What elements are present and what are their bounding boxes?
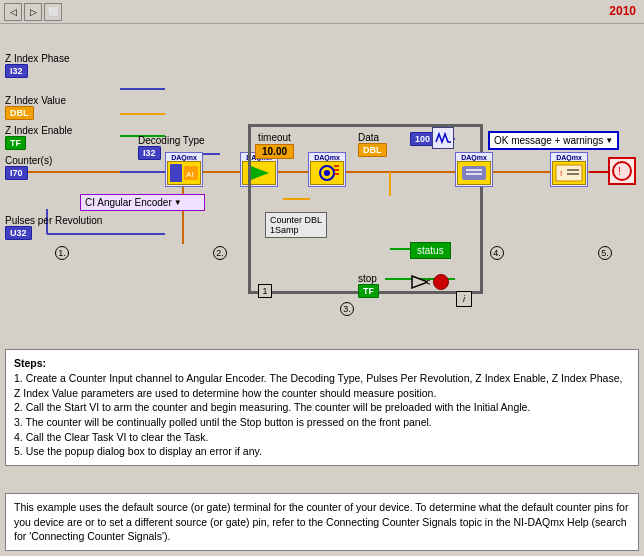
step-1: 1.: [55, 246, 69, 260]
step-2: 2.: [213, 246, 227, 260]
steps-title: Steps:: [14, 357, 46, 369]
daqmx-label-5: DAQmx: [556, 154, 582, 161]
main-container: ◁ ▷ ⬜ 2010: [0, 0, 644, 556]
encoder-label: CI Angular Encoder: [85, 197, 172, 208]
step-1-text: 1. Create a Counter Input channel to Ang…: [14, 372, 622, 399]
stop-label: stop: [358, 273, 377, 284]
stop-tf-tag[interactable]: TF: [358, 284, 379, 298]
encoder-dropdown[interactable]: CI Angular Encoder ▼: [80, 194, 205, 211]
counters-label: Counter(s): [5, 155, 52, 166]
z-index-enable-label: Z Index Enable: [5, 125, 72, 136]
z-index-enable-group: Z Index Enable TF: [5, 124, 72, 150]
svg-text:!: !: [560, 169, 562, 178]
data-tag[interactable]: DBL: [358, 143, 387, 157]
step-3-text: 3. The counter will be continually polle…: [14, 416, 432, 428]
inner-num-label: 1: [262, 286, 267, 296]
back-button[interactable]: ◁: [4, 3, 22, 21]
decoding-type-tag[interactable]: I32: [138, 146, 161, 160]
z-index-value-label: Z Index Value: [5, 95, 66, 106]
z-index-phase-group: Z Index Phase I32: [5, 52, 69, 78]
step-4: 4.: [490, 246, 504, 260]
svg-text:!: !: [618, 166, 621, 177]
stop-controls: [410, 274, 449, 290]
dropdown-arrow-icon: ▼: [174, 198, 182, 207]
ok-message-dropdown[interactable]: OK message + warnings ▼: [488, 131, 619, 150]
timeout-value[interactable]: 10.00: [255, 144, 294, 159]
step-5-label: 5.: [601, 248, 609, 258]
forward-button[interactable]: ▷: [24, 3, 42, 21]
step-4-label: 4.: [493, 248, 501, 258]
z-index-value-tag[interactable]: DBL: [5, 106, 34, 120]
z-index-value-group: Z Index Value DBL: [5, 94, 66, 120]
not-gate-icon: [410, 274, 430, 290]
daqmx-label-1: DAQmx: [171, 154, 197, 161]
pulses-tag[interactable]: U32: [5, 226, 32, 240]
step-2-text: 2. Call the Start VI to arm the counter …: [14, 401, 530, 413]
timeout-label: timeout: [255, 132, 294, 143]
daqmx-icon-4: [457, 161, 491, 185]
ok-message-label: OK message + warnings: [494, 135, 603, 146]
iteration-block: i: [456, 291, 472, 307]
note-area: This example uses the default source (or…: [5, 493, 639, 551]
decoding-type-label: Decoding Type: [138, 135, 205, 146]
status-button[interactable]: status: [410, 242, 451, 259]
step-2-label: 2.: [216, 248, 224, 258]
svg-text:AI: AI: [186, 170, 194, 179]
daqmx-icon-3: [310, 161, 344, 185]
stop-block: stop TF: [358, 272, 379, 298]
iteration-label: i: [463, 294, 465, 304]
daqmx-block-4[interactable]: DAQmx: [455, 152, 493, 187]
step-5-text: 5. Use the popup dialog box to display a…: [14, 445, 262, 457]
daqmx-block-3[interactable]: DAQmx: [308, 152, 346, 187]
inner-box-num: 1: [258, 284, 272, 298]
stop-button[interactable]: ⬜: [44, 3, 62, 21]
step-3-label: 3.: [343, 304, 351, 314]
svg-point-27: [324, 170, 330, 176]
diagram-area: Z Index Phase I32 Z Index Value DBL Z In…: [0, 24, 644, 334]
svg-marker-40: [412, 276, 428, 288]
svg-rect-31: [462, 166, 486, 180]
daqmx-label-4: DAQmx: [461, 154, 487, 161]
data-label: Data: [358, 132, 379, 143]
daqmx-label-3: DAQmx: [314, 154, 340, 161]
counter-sub: 1Samp: [270, 225, 299, 235]
timeout-block: timeout 10.00: [255, 132, 294, 159]
daqmx-block-1[interactable]: DAQmx AI: [165, 152, 203, 187]
error-block[interactable]: !: [608, 157, 636, 185]
waveform-icon[interactable]: [432, 127, 454, 149]
step-3: 3.: [340, 302, 354, 316]
step-1-label: 1.: [58, 248, 66, 258]
svg-point-41: [427, 280, 430, 284]
z-index-phase-label: Z Index Phase: [5, 53, 69, 64]
toolbar: ◁ ▷ ⬜ 2010: [0, 0, 644, 24]
year-label: 2010: [609, 4, 636, 18]
daqmx-icon-5: !: [552, 161, 586, 185]
step-4-text: 4. Call the Clear Task VI to clear the T…: [14, 431, 209, 443]
stop-circle-icon[interactable]: [433, 274, 449, 290]
counter-block: Counter DBL 1Samp: [265, 212, 327, 238]
ok-dropdown-arrow-icon: ▼: [605, 136, 613, 145]
status-label: status: [417, 245, 444, 256]
z-index-enable-tag[interactable]: TF: [5, 136, 26, 150]
counter-label: Counter DBL: [270, 215, 322, 225]
counters-tag[interactable]: I70: [5, 166, 28, 180]
svg-point-38: [613, 162, 631, 180]
pulses-label: Pulses per Revolution: [5, 215, 102, 226]
daqmx-icon-1: AI: [167, 161, 201, 185]
daqmx-block-5[interactable]: DAQmx !: [550, 152, 588, 187]
svg-rect-22: [170, 164, 182, 182]
counters-group: Counter(s) I70: [5, 154, 52, 180]
z-index-phase-tag[interactable]: I32: [5, 64, 28, 78]
note-text: This example uses the default source (or…: [14, 501, 628, 542]
step-5: 5.: [598, 246, 612, 260]
pulses-group: Pulses per Revolution U32: [5, 214, 102, 240]
data-block: Data DBL: [358, 132, 387, 157]
steps-area: Steps: 1. Create a Counter Input channel…: [5, 349, 639, 466]
